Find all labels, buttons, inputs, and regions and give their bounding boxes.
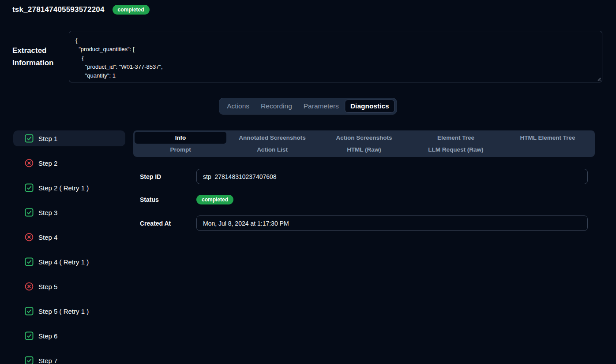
step-label: Step 6 [38,332,57,340]
step-label: Step 5 [38,283,57,290]
subtab-element-tree[interactable]: Element Tree [410,132,502,144]
step-label: Step 5 ( Retry 1 ) [38,308,89,315]
tab-recording[interactable]: Recording [255,100,298,113]
check-square-icon [25,183,34,192]
extracted-information-label: Extracted Information [12,45,64,69]
step-item[interactable]: Step 1 [13,130,125,146]
subtab-info[interactable]: Info [135,132,226,144]
header: tsk_278147405593572204 completed [12,5,150,15]
step-item[interactable]: Step 5 ( Retry 1 ) [13,303,125,319]
field-row-status: Status completed [133,195,595,204]
check-square-icon [25,208,34,217]
status-label: Status [133,196,196,203]
created-at-label: Created At [133,220,196,227]
step-label: Step 4 [38,234,57,241]
step-item[interactable]: Step 3 [13,204,125,220]
check-square-icon [25,134,34,143]
check-square-icon [25,257,34,266]
step-item[interactable]: Step 2 ( Retry 1 ) [13,180,125,196]
step-status-badge: completed [196,195,233,204]
check-square-icon [25,356,34,364]
created-at-input[interactable]: Mon, Jul 8, 2024 at 1:17:30 PM [196,215,588,231]
subtab-llm-request-raw[interactable]: LLM Request (Raw) [410,144,502,156]
main-tabs: ActionsRecordingParametersDiagnostics [219,98,397,115]
subtab-action-list[interactable]: Action List [226,144,318,156]
extracted-information-field: { "product_quantities": [ { "product_id"… [69,31,602,82]
x-circle-icon [25,233,34,241]
step-id-label: Step ID [133,173,196,180]
subtab-html-raw[interactable]: HTML (Raw) [318,144,410,156]
step-id-input[interactable]: stp_278148310237407608 [196,169,588,184]
task-status-badge: completed [113,5,150,15]
step-list: Step 1Step 2Step 2 ( Retry 1 )Step 3Step… [13,130,125,364]
step-label: Step 3 [38,209,57,216]
x-circle-icon [25,159,34,167]
step-label: Step 4 ( Retry 1 ) [38,258,89,266]
subtab-prompt[interactable]: Prompt [135,144,226,156]
step-label: Step 1 [38,135,57,142]
step-label: Step 2 ( Retry 1 ) [38,184,89,192]
subtab-annotated-screenshots[interactable]: Annotated Screenshots [226,132,318,144]
tab-parameters[interactable]: Parameters [298,100,345,113]
field-row-step-id: Step ID stp_278148310237407608 [133,169,595,184]
tab-actions[interactable]: Actions [221,100,255,113]
diagnostics-panel: InfoAnnotated ScreenshotsAction Screensh… [133,130,595,231]
step-label: Step 7 [38,357,57,364]
step-label: Step 2 [38,160,57,167]
step-item[interactable]: Step 4 ( Retry 1 ) [13,254,125,270]
step-item[interactable]: Step 6 [13,328,125,344]
check-square-icon [25,331,34,340]
check-square-icon [25,307,34,316]
x-circle-icon [25,282,34,291]
subtab-grid: InfoAnnotated ScreenshotsAction Screensh… [133,130,595,157]
extracted-json-textarea[interactable]: { "product_quantities": [ { "product_id"… [69,31,602,82]
step-item[interactable]: Step 7 [13,353,125,364]
field-row-created-at: Created At Mon, Jul 8, 2024 at 1:17:30 P… [133,215,595,231]
subtab-action-screenshots[interactable]: Action Screenshots [318,132,410,144]
subtab-html-element-tree[interactable]: HTML Element Tree [502,132,593,144]
step-item[interactable]: Step 2 [13,155,125,171]
tab-diagnostics[interactable]: Diagnostics [345,100,395,113]
step-item[interactable]: Step 4 [13,229,125,245]
page-title: tsk_278147405593572204 [12,5,105,14]
step-item[interactable]: Step 5 [13,279,125,294]
